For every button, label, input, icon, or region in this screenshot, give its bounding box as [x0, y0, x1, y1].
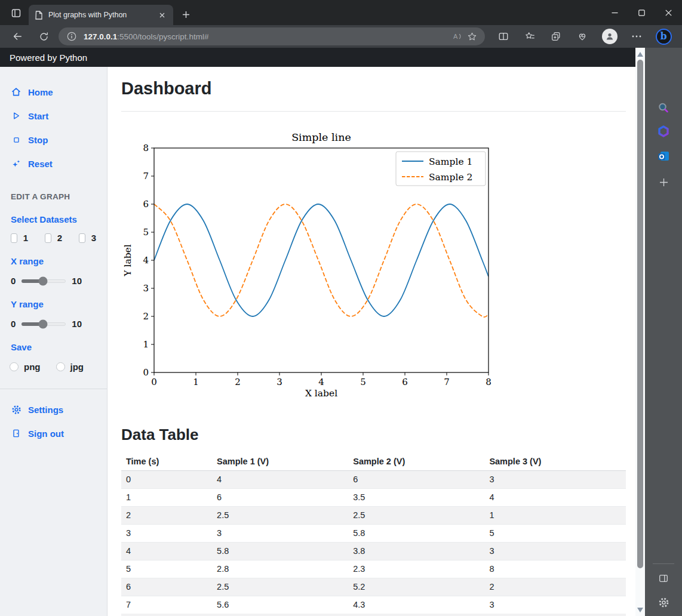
favorites-list-icon[interactable]: [521, 27, 539, 45]
scroll-down-icon[interactable]: [637, 608, 643, 612]
table-cell: 3.5: [348, 488, 484, 506]
sidebar-item-settings[interactable]: Settings: [0, 398, 107, 421]
x-tick-label: 6: [402, 377, 408, 387]
series-line: [154, 204, 489, 316]
x-tick-label: 7: [444, 377, 450, 387]
search-icon[interactable]: [655, 99, 672, 117]
scroll-up-icon[interactable]: [637, 52, 643, 57]
url-host: 127.0.0.1: [84, 32, 117, 41]
y-range-label: Y range: [0, 286, 107, 309]
y-axis-label: Y label: [122, 244, 133, 276]
browser-tab[interactable]: Plot graphs with Python: [29, 5, 173, 25]
dataset-checkbox-2[interactable]: [45, 233, 51, 243]
table-row: 45.83.83: [121, 542, 626, 560]
x-range-min: 0: [11, 276, 16, 286]
add-pane-icon[interactable]: [655, 173, 672, 191]
read-aloud-icon[interactable]: A: [450, 29, 465, 44]
close-window-icon[interactable]: [655, 0, 682, 25]
y-range-slider-row: 0 10: [0, 309, 107, 329]
table-cell: 3.8: [348, 542, 484, 560]
profile-avatar[interactable]: [601, 27, 619, 45]
copilot-icon[interactable]: b: [655, 27, 672, 45]
more-options-icon[interactable]: [628, 27, 646, 45]
refresh-icon[interactable]: [35, 27, 53, 45]
split-screen-icon[interactable]: [494, 27, 512, 45]
new-tab-icon[interactable]: [179, 8, 192, 21]
scrollbar-thumb[interactable]: [637, 60, 643, 568]
data-table: Time (s) Sample 1 (V) Sample 2 (V) Sampl…: [121, 452, 626, 614]
table-cell: 4.3: [348, 596, 484, 614]
chart-title: Simple line: [291, 131, 351, 143]
sidebar-item-label: Reset: [28, 159, 53, 169]
y-tick-label: 1: [143, 339, 149, 350]
heading-divider: [121, 111, 626, 112]
sidebar-item-sign-out[interactable]: Sign out: [0, 421, 107, 445]
table-cell: 2: [484, 578, 626, 596]
dataset-checkbox-label: 1: [23, 233, 28, 243]
x-range-max: 10: [72, 276, 82, 286]
format-radio-png[interactable]: [10, 362, 19, 371]
table-row: 335.85: [121, 524, 626, 542]
nav-footer: Settings Sign out: [0, 389, 107, 445]
avatar-icon: [602, 29, 618, 44]
select-datasets-link[interactable]: Select Datasets: [0, 201, 107, 224]
table-body: 0463163.5422.52.51335.8545.83.8352.82.38…: [121, 470, 626, 614]
sidebar-item-home[interactable]: Home: [0, 80, 107, 104]
dataset-checkbox-label: 2: [57, 233, 62, 243]
table-cell: 2.5: [348, 506, 484, 524]
svg-text:A: A: [453, 33, 458, 40]
format-radio-jpg[interactable]: [56, 362, 65, 371]
site-info-icon[interactable]: [64, 29, 79, 44]
table-row: 75.64.33: [121, 596, 626, 614]
table-cell: 1: [484, 506, 626, 524]
legend-label: Sample 2: [429, 172, 472, 183]
table-row-partial: [121, 614, 626, 616]
window-controls: [601, 0, 682, 25]
sidebar-item-reset[interactable]: Reset: [0, 152, 107, 175]
tab-close-icon[interactable]: [156, 10, 167, 20]
microsoft-365-icon[interactable]: [655, 123, 672, 141]
table-cell: 5.8: [348, 524, 484, 542]
x-axis-label: X label: [305, 388, 337, 399]
url-text[interactable]: 127.0.0.1:5500/tools/pyscript.html#: [84, 32, 450, 41]
page-scrollbar[interactable]: [635, 48, 645, 616]
edge-sidebar: [645, 48, 682, 616]
y-tick-label: 7: [143, 171, 149, 181]
dataset-checkbox-1[interactable]: [11, 233, 17, 243]
tab-actions-icon[interactable]: [8, 5, 24, 21]
sidebar-settings-icon[interactable]: [655, 593, 672, 611]
sidebar-item-stop[interactable]: Stop: [0, 128, 107, 152]
back-icon[interactable]: [8, 27, 26, 45]
minimize-icon[interactable]: [601, 0, 628, 25]
dataset-checkbox-3[interactable]: [79, 233, 85, 243]
maximize-icon[interactable]: [628, 0, 655, 25]
x-range-slider[interactable]: [21, 279, 66, 283]
y-range-slider-thumb[interactable]: [38, 319, 47, 328]
outlook-icon[interactable]: [655, 147, 672, 165]
sidebar-item-start[interactable]: Start: [0, 104, 107, 128]
play-icon: [11, 110, 21, 121]
x-tick-label: 0: [151, 377, 157, 387]
page-title: Dashboard: [121, 79, 211, 98]
browser-essentials-icon[interactable]: [573, 27, 591, 45]
stop-icon: [11, 134, 21, 145]
chart-legend: Sample 1Sample 2: [396, 152, 486, 186]
collections-icon[interactable]: [547, 27, 565, 45]
save-format-group: png jpg: [0, 352, 107, 372]
sidebar-divider: [653, 563, 674, 564]
sidebar-item-label: Settings: [28, 405, 63, 415]
table-cell: 2.5: [212, 578, 348, 596]
address-bar[interactable]: 127.0.0.1:5500/tools/pyscript.html# A: [59, 27, 485, 45]
y-range-slider[interactable]: [21, 322, 66, 326]
format-radio-label: png: [24, 362, 41, 372]
x-range-slider-thumb[interactable]: [38, 276, 47, 285]
table-cell: 2: [121, 506, 212, 524]
table-row: 0463: [121, 470, 626, 488]
table-cell: 5.8: [212, 542, 348, 560]
legend-label: Sample 1: [429, 156, 472, 167]
favorite-star-icon[interactable]: [465, 29, 479, 44]
table-cell: 6: [348, 470, 484, 488]
sidebar-toggle-icon[interactable]: [655, 569, 672, 587]
table-cell: 5: [484, 524, 626, 542]
column-header: Sample 1 (V): [212, 452, 348, 470]
